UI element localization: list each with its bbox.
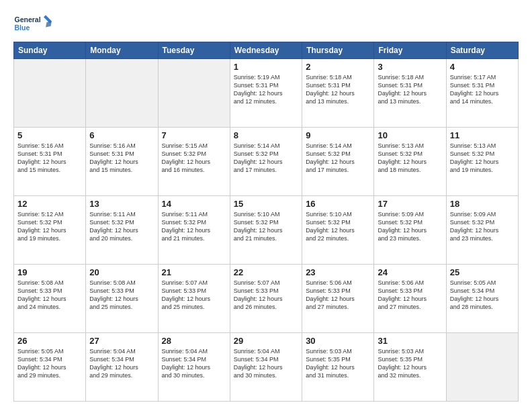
- calendar-cell: 9Sunrise: 5:14 AMSunset: 5:32 PMDaylight…: [302, 128, 374, 196]
- calendar-cell: 18Sunrise: 5:09 AMSunset: 5:32 PMDayligh…: [446, 196, 518, 265]
- calendar-cell: [86, 59, 158, 128]
- header-tuesday: Tuesday: [158, 42, 230, 59]
- header-thursday: Thursday: [302, 42, 374, 59]
- day-number: 11: [450, 130, 515, 140]
- week-row-3: 12Sunrise: 5:12 AMSunset: 5:32 PMDayligh…: [14, 196, 519, 265]
- calendar-cell: 6Sunrise: 5:16 AMSunset: 5:31 PMDaylight…: [86, 128, 158, 196]
- cell-info: Sunrise: 5:14 AMSunset: 5:32 PMDaylight:…: [306, 142, 370, 175]
- day-number: 10: [378, 130, 442, 140]
- day-number: 19: [17, 267, 82, 277]
- calendar-cell: 23Sunrise: 5:06 AMSunset: 5:33 PMDayligh…: [302, 265, 374, 333]
- cell-info: Sunrise: 5:08 AMSunset: 5:33 PMDaylight:…: [17, 279, 82, 312]
- calendar-cell: 19Sunrise: 5:08 AMSunset: 5:33 PMDayligh…: [14, 265, 86, 333]
- cell-info: Sunrise: 5:06 AMSunset: 5:33 PMDaylight:…: [378, 279, 442, 312]
- week-row-2: 5Sunrise: 5:16 AMSunset: 5:31 PMDaylight…: [14, 128, 519, 196]
- calendar-cell: 3Sunrise: 5:18 AMSunset: 5:31 PMDaylight…: [374, 59, 446, 128]
- calendar-cell: 14Sunrise: 5:11 AMSunset: 5:32 PMDayligh…: [158, 196, 230, 265]
- calendar-cell: 5Sunrise: 5:16 AMSunset: 5:31 PMDaylight…: [14, 128, 86, 196]
- day-number: 1: [234, 62, 298, 72]
- cell-info: Sunrise: 5:11 AMSunset: 5:32 PMDaylight:…: [89, 210, 154, 243]
- day-number: 14: [162, 199, 226, 209]
- day-number: 24: [378, 267, 442, 277]
- cell-info: Sunrise: 5:05 AMSunset: 5:34 PMDaylight:…: [450, 279, 515, 312]
- cell-info: Sunrise: 5:06 AMSunset: 5:33 PMDaylight:…: [306, 279, 370, 312]
- day-number: 2: [306, 62, 370, 72]
- day-number: 29: [234, 336, 298, 346]
- calendar-cell: 16Sunrise: 5:10 AMSunset: 5:32 PMDayligh…: [302, 196, 374, 265]
- cell-info: Sunrise: 5:09 AMSunset: 5:32 PMDaylight:…: [378, 210, 442, 243]
- day-number: 25: [450, 267, 515, 277]
- calendar-cell: 20Sunrise: 5:08 AMSunset: 5:33 PMDayligh…: [86, 265, 158, 333]
- cell-info: Sunrise: 5:07 AMSunset: 5:33 PMDaylight:…: [234, 279, 298, 312]
- svg-text:General: General: [15, 15, 41, 24]
- header-monday: Monday: [86, 42, 158, 59]
- day-number: 16: [306, 199, 370, 209]
- cell-info: Sunrise: 5:04 AMSunset: 5:34 PMDaylight:…: [89, 347, 154, 380]
- calendar-cell: 2Sunrise: 5:18 AMSunset: 5:31 PMDaylight…: [302, 59, 374, 128]
- calendar-cell: [446, 333, 518, 402]
- day-number: 9: [306, 130, 370, 140]
- calendar-cell: 24Sunrise: 5:06 AMSunset: 5:33 PMDayligh…: [374, 265, 446, 333]
- cell-info: Sunrise: 5:05 AMSunset: 5:34 PMDaylight:…: [17, 347, 82, 380]
- day-number: 28: [162, 336, 226, 346]
- day-number: 20: [89, 267, 154, 277]
- cell-info: Sunrise: 5:19 AMSunset: 5:31 PMDaylight:…: [234, 73, 298, 106]
- cell-info: Sunrise: 5:14 AMSunset: 5:32 PMDaylight:…: [234, 142, 298, 175]
- calendar-cell: 12Sunrise: 5:12 AMSunset: 5:32 PMDayligh…: [14, 196, 86, 265]
- cell-info: Sunrise: 5:03 AMSunset: 5:35 PMDaylight:…: [378, 347, 442, 380]
- day-number: 22: [234, 267, 298, 277]
- calendar-cell: 22Sunrise: 5:07 AMSunset: 5:33 PMDayligh…: [230, 265, 302, 333]
- cell-info: Sunrise: 5:11 AMSunset: 5:32 PMDaylight:…: [162, 210, 226, 243]
- week-row-1: 1Sunrise: 5:19 AMSunset: 5:31 PMDaylight…: [14, 59, 519, 128]
- cell-info: Sunrise: 5:18 AMSunset: 5:31 PMDaylight:…: [306, 73, 370, 106]
- cell-info: Sunrise: 5:10 AMSunset: 5:32 PMDaylight:…: [306, 210, 370, 243]
- day-number: 13: [89, 199, 154, 209]
- calendar-cell: 21Sunrise: 5:07 AMSunset: 5:33 PMDayligh…: [158, 265, 230, 333]
- cell-info: Sunrise: 5:13 AMSunset: 5:32 PMDaylight:…: [378, 142, 442, 175]
- calendar-cell: 26Sunrise: 5:05 AMSunset: 5:34 PMDayligh…: [14, 333, 86, 402]
- header-sunday: Sunday: [14, 42, 86, 59]
- day-number: 3: [378, 62, 442, 72]
- calendar-cell: 15Sunrise: 5:10 AMSunset: 5:32 PMDayligh…: [230, 196, 302, 265]
- cell-info: Sunrise: 5:07 AMSunset: 5:33 PMDaylight:…: [162, 279, 226, 312]
- header: General Blue: [13, 12, 519, 36]
- day-number: 4: [450, 62, 515, 72]
- calendar-cell: 10Sunrise: 5:13 AMSunset: 5:32 PMDayligh…: [374, 128, 446, 196]
- calendar-cell: 28Sunrise: 5:04 AMSunset: 5:34 PMDayligh…: [158, 333, 230, 402]
- svg-marker-3: [46, 21, 52, 28]
- header-friday: Friday: [374, 42, 446, 59]
- calendar-header-row: SundayMondayTuesdayWednesdayThursdayFrid…: [14, 42, 519, 59]
- day-number: 6: [89, 130, 154, 140]
- day-number: 27: [89, 336, 154, 346]
- calendar-cell: 7Sunrise: 5:15 AMSunset: 5:32 PMDaylight…: [158, 128, 230, 196]
- calendar-cell: 31Sunrise: 5:03 AMSunset: 5:35 PMDayligh…: [374, 333, 446, 402]
- calendar-cell: [14, 59, 86, 128]
- day-number: 23: [306, 267, 370, 277]
- cell-info: Sunrise: 5:17 AMSunset: 5:31 PMDaylight:…: [450, 73, 515, 106]
- cell-info: Sunrise: 5:16 AMSunset: 5:31 PMDaylight:…: [89, 142, 154, 175]
- calendar-cell: 4Sunrise: 5:17 AMSunset: 5:31 PMDaylight…: [446, 59, 518, 128]
- calendar-cell: 8Sunrise: 5:14 AMSunset: 5:32 PMDaylight…: [230, 128, 302, 196]
- week-row-4: 19Sunrise: 5:08 AMSunset: 5:33 PMDayligh…: [14, 265, 519, 333]
- day-number: 5: [17, 130, 82, 140]
- header-wednesday: Wednesday: [230, 42, 302, 59]
- day-number: 7: [162, 130, 226, 140]
- day-number: 30: [306, 336, 370, 346]
- day-number: 15: [234, 199, 298, 209]
- cell-info: Sunrise: 5:18 AMSunset: 5:31 PMDaylight:…: [378, 73, 442, 106]
- cell-info: Sunrise: 5:16 AMSunset: 5:31 PMDaylight:…: [17, 142, 82, 175]
- calendar-cell: 13Sunrise: 5:11 AMSunset: 5:32 PMDayligh…: [86, 196, 158, 265]
- cell-info: Sunrise: 5:13 AMSunset: 5:32 PMDaylight:…: [450, 142, 515, 175]
- calendar-cell: [158, 59, 230, 128]
- calendar-table: SundayMondayTuesdayWednesdayThursdayFrid…: [13, 42, 519, 402]
- week-row-5: 26Sunrise: 5:05 AMSunset: 5:34 PMDayligh…: [14, 333, 519, 402]
- calendar-cell: 29Sunrise: 5:04 AMSunset: 5:34 PMDayligh…: [230, 333, 302, 402]
- day-number: 12: [17, 199, 82, 209]
- calendar-cell: 17Sunrise: 5:09 AMSunset: 5:32 PMDayligh…: [374, 196, 446, 265]
- cell-info: Sunrise: 5:04 AMSunset: 5:34 PMDaylight:…: [234, 347, 298, 380]
- cell-info: Sunrise: 5:08 AMSunset: 5:33 PMDaylight:…: [89, 279, 154, 312]
- header-saturday: Saturday: [446, 42, 518, 59]
- day-number: 18: [450, 199, 515, 209]
- svg-text:Blue: Blue: [15, 24, 30, 32]
- day-number: 31: [378, 336, 442, 346]
